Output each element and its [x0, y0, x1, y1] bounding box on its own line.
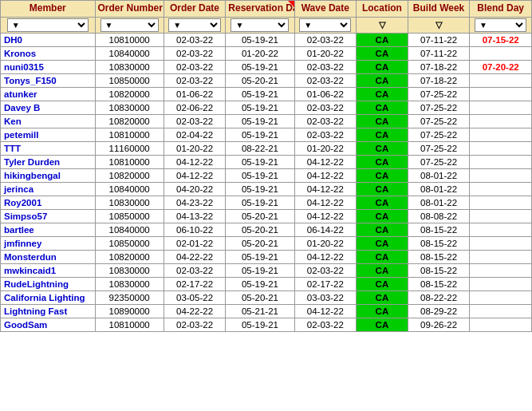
cell-order-number: 10820000: [95, 114, 164, 128]
cell-member: Tonys_F150: [1, 73, 96, 87]
cell-order-number: 92350000: [95, 290, 164, 304]
table-row: Ken1082000002-03-2205-19-2102-03-22CA07-…: [1, 114, 532, 128]
table-row: bartlee1084000006-10-2205-20-2106-14-22C…: [1, 223, 532, 236]
cell-order-date: 01-06-22: [164, 87, 226, 101]
cell-build-week: 08-15-22: [408, 263, 470, 277]
filter-reservation-date[interactable]: ▼: [226, 17, 294, 33]
cell-build-week: 08-15-22: [408, 277, 470, 290]
cell-member: jmfinney: [1, 236, 96, 250]
cell-order-number: 10830000: [95, 196, 164, 209]
cell-order-number: 10820000: [95, 87, 164, 101]
filter-wave-date-dropdown[interactable]: ▼: [299, 18, 351, 32]
red-triangle-indicator: [288, 1, 294, 7]
cell-reservation-date: 08-22-21: [226, 141, 294, 155]
table-row: Tonys_F1501085000002-03-2205-20-2102-03-…: [1, 73, 532, 87]
filter-member[interactable]: ▼: [1, 17, 96, 33]
filter-location-funnel: ▽: [379, 20, 385, 30]
cell-order-date: 04-22-22: [164, 304, 226, 318]
cell-blend-day: [470, 46, 532, 60]
table-row: Kronos1084000002-03-2201-20-2201-20-22CA…: [1, 46, 532, 60]
cell-reservation-date: 05-19-21: [226, 155, 294, 168]
cell-location: CA: [357, 223, 408, 236]
cell-order-date: 02-01-22: [164, 236, 226, 250]
filter-build-week[interactable]: ▽: [408, 17, 470, 33]
cell-order-date: 02-03-22: [164, 60, 226, 73]
cell-member: hikingbengal: [1, 168, 96, 182]
cell-reservation-date: 05-19-21: [226, 318, 294, 331]
cell-location: CA: [357, 277, 408, 290]
cell-blend-day: [470, 168, 532, 182]
cell-member: mwkincaid1: [1, 263, 96, 277]
filter-order-date-dropdown[interactable]: ▼: [168, 18, 220, 32]
filter-wave-date[interactable]: ▼: [294, 17, 357, 33]
table-row: Davey B1083000002-06-2205-19-2102-03-22C…: [1, 101, 532, 114]
table-row: GoodSam1081000002-03-2205-19-2102-03-22C…: [1, 318, 532, 331]
table-body: DH01081000002-03-2205-19-2102-03-22CA07-…: [1, 33, 532, 331]
cell-order-number: 10830000: [95, 263, 164, 277]
cell-location: CA: [357, 182, 408, 196]
cell-blend-day: [470, 290, 532, 304]
filter-order-date[interactable]: ▼: [164, 17, 226, 33]
cell-build-week: 08-08-22: [408, 209, 470, 223]
data-table: Member Order Number Order Date Reservati…: [0, 0, 532, 332]
cell-location: CA: [357, 155, 408, 168]
cell-reservation-date: 05-19-21: [226, 33, 294, 46]
col-header-reservation-date: Reservation Date: [226, 1, 294, 18]
cell-reservation-date: 05-20-21: [226, 73, 294, 87]
cell-location: CA: [357, 73, 408, 87]
cell-reservation-date: 05-19-21: [226, 101, 294, 114]
filter-blend-day[interactable]: ▼: [470, 17, 532, 33]
cell-build-week: 07-11-22: [408, 46, 470, 60]
col-header-blend-day: Blend Day: [470, 1, 532, 18]
cell-member: DH0: [1, 33, 96, 46]
cell-location: CA: [357, 250, 408, 263]
cell-wave-date: 02-03-22: [294, 101, 357, 114]
cell-order-date: 02-03-22: [164, 263, 226, 277]
cell-blend-day: [470, 196, 532, 209]
cell-wave-date: 02-03-22: [294, 114, 357, 128]
cell-reservation-date: 05-20-21: [226, 209, 294, 223]
cell-order-number: 10840000: [95, 223, 164, 236]
cell-reservation-date: 05-19-21: [226, 60, 294, 73]
cell-location: CA: [357, 114, 408, 128]
cell-reservation-date: 05-19-21: [226, 250, 294, 263]
cell-blend-day: [470, 73, 532, 87]
cell-order-number: 10850000: [95, 236, 164, 250]
cell-build-week: 08-22-22: [408, 290, 470, 304]
cell-build-week: 08-01-22: [408, 168, 470, 182]
table-row: Lightning Fast1089000004-22-2205-21-2104…: [1, 304, 532, 318]
cell-order-number: 10810000: [95, 318, 164, 331]
cell-wave-date: 04-12-22: [294, 196, 357, 209]
table-row: Roy20011083000004-23-2205-19-2104-12-22C…: [1, 196, 532, 209]
cell-reservation-date: 05-19-21: [226, 168, 294, 182]
cell-order-number: 10810000: [95, 128, 164, 141]
cell-wave-date: 02-03-22: [294, 60, 357, 73]
cell-order-date: 02-03-22: [164, 33, 226, 46]
cell-wave-date: 01-06-22: [294, 87, 357, 101]
filter-member-dropdown[interactable]: ▼: [7, 18, 89, 32]
table-row: California Lighting9235000003-05-2205-20…: [1, 290, 532, 304]
table-row: nuni03151083000002-03-2205-19-2102-03-22…: [1, 60, 532, 73]
cell-order-date: 02-06-22: [164, 101, 226, 114]
cell-order-number: 10820000: [95, 168, 164, 182]
cell-order-date: 02-03-22: [164, 318, 226, 331]
cell-member: nuni0315: [1, 60, 96, 73]
cell-blend-day: [470, 236, 532, 250]
filter-location[interactable]: ▽: [357, 17, 408, 33]
filter-reservation-date-dropdown[interactable]: ▼: [231, 18, 289, 32]
filter-order-number-dropdown[interactable]: ▼: [100, 18, 159, 32]
cell-member: Kronos: [1, 46, 96, 60]
cell-reservation-date: 05-20-21: [226, 236, 294, 250]
cell-location: CA: [357, 196, 408, 209]
cell-member: Lightning Fast: [1, 304, 96, 318]
cell-reservation-date: 05-19-21: [226, 87, 294, 101]
cell-reservation-date: 05-20-21: [226, 223, 294, 236]
filter-row: ▼ ▼ ▼ ▼: [1, 17, 532, 33]
col-header-order-number: Order Number: [95, 1, 164, 18]
cell-member: bartlee: [1, 223, 96, 236]
cell-wave-date: 03-03-22: [294, 290, 357, 304]
table-row: hikingbengal1082000004-12-2205-19-2104-1…: [1, 168, 532, 182]
filter-order-number[interactable]: ▼: [95, 17, 164, 33]
filter-blend-day-dropdown[interactable]: ▼: [475, 18, 526, 32]
col-header-order-date: Order Date: [164, 1, 226, 18]
